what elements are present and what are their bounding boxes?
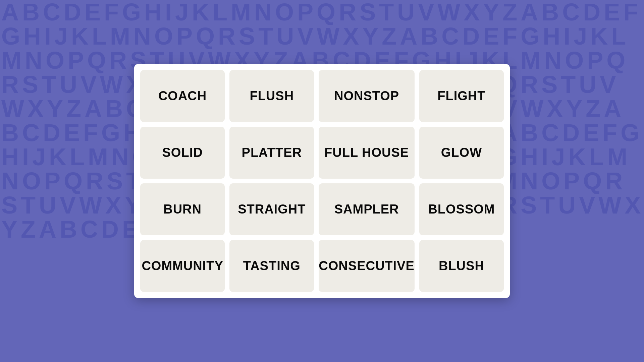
bg-letter: O [153,24,175,48]
bg-letter: X [462,0,482,24]
bg-letter: K [567,145,588,169]
bg-letter: R [108,48,129,72]
bg-letter: L [91,24,109,48]
bg-letter: U [275,24,296,48]
bg-letter: U [38,193,58,217]
bg-letter: V [417,0,436,24]
bg-letter: P [66,48,86,72]
bg-letter: E [482,24,501,48]
bg-letter: Q [605,48,627,72]
card-label-nonstop: NONSTOP [334,89,399,103]
card-full-house[interactable]: FULL HOUSE [319,127,414,179]
bg-letter: B [58,217,79,241]
bg-letter: L [588,145,606,169]
card-label-blossom: BLOSSOM [428,202,495,217]
bg-letter: S [21,72,40,97]
bg-letter: D [582,0,602,24]
bg-letter: U [578,72,598,97]
bg-letter: Q [315,0,337,24]
bg-letter: G [519,24,541,48]
bg-letter: O [21,169,43,193]
bg-letter: X [341,24,361,48]
bg-letter: V [578,193,597,217]
bg-letter: P [43,169,62,193]
card-sampler[interactable]: SAMPLER [319,183,414,235]
bg-letter: N [519,169,540,193]
bg-letter: W [99,72,125,97]
card-label-coach: COACH [158,89,207,103]
bg-letter: C [79,217,100,241]
bg-letter: X [104,193,123,217]
bg-letter: R [519,72,540,97]
card-solid[interactable]: SOLID [140,127,225,179]
bg-letter: E [602,0,622,24]
bg-letter: N [23,48,44,72]
card-straight[interactable]: STRAIGHT [229,183,314,235]
bg-letter: H [0,145,21,169]
card-nonstop[interactable]: NONSTOP [319,70,414,122]
card-platter[interactable]: PLATTER [229,127,314,179]
bg-letter: A [83,97,104,121]
card-blossom[interactable]: BLOSSOM [419,183,504,235]
bg-letter: C [440,24,461,48]
bg-letter: Z [65,97,83,121]
card-community[interactable]: COMMUNITY [140,240,225,292]
bg-letter: Y [361,24,380,48]
bg-letter: K [70,24,91,48]
bg-letter: H [541,24,562,48]
bg-letter: V [296,24,315,48]
card-label-glow: GLOW [441,145,482,160]
bg-letter: G [100,121,122,145]
card-flush[interactable]: FLUSH [229,70,314,122]
card-coach[interactable]: COACH [140,70,225,122]
bg-letter: R [217,24,237,48]
bg-letter: W [519,97,545,121]
card-label-straight: STRAIGHT [238,202,306,217]
bg-letter: F [82,121,100,145]
bg-letter: N [253,0,274,24]
bg-letter: I [21,145,31,169]
bg-letter: O [274,0,296,24]
card-label-community: COMMUNITY [142,259,223,273]
bg-letter: F [622,0,640,24]
bg-letter: Y [482,0,501,24]
bg-letter: T [19,193,38,217]
bg-letter: E [582,121,601,145]
card-label-flight: FLIGHT [437,89,485,103]
card-label-sampler: SAMPLER [334,202,399,217]
bg-letter: O [564,48,586,72]
card-burn[interactable]: BURN [140,183,225,235]
card-consecutive[interactable]: CONSECUTIVE [319,240,414,292]
bg-letter: Q [195,24,217,48]
bg-letter: U [58,72,79,97]
bg-letter: R [604,169,625,193]
bg-letter: T [539,193,557,217]
bg-letter: I [562,24,572,48]
bg-letter: J [174,0,191,24]
bg-letter: K [191,0,211,24]
card-label-flush: FLUSH [250,89,294,103]
bg-letter: M [519,48,543,72]
bg-letter: B [519,121,540,145]
bg-letter: R [85,169,105,193]
bg-letter: Y [565,97,584,121]
bg-letter: O [540,169,562,193]
bg-letter: S [519,193,539,217]
bg-letter: H [519,145,540,169]
bg-letter: Q [582,169,604,193]
bg-letter: Z [584,97,602,121]
bg-letter: X [26,97,46,121]
bg-letter: H [143,0,164,24]
bg-letter: B [104,97,125,121]
card-glow[interactable]: GLOW [419,127,504,179]
card-label-full-house: FULL HOUSE [324,145,409,160]
card-label-consecutive: CONSECUTIVE [319,259,414,273]
bg-letter: B [21,0,42,24]
bg-letter: T [378,0,396,24]
bg-letter: W [436,0,462,24]
bg-letter: S [0,193,19,217]
card-tasting[interactable]: TASTING [229,240,314,292]
card-flight[interactable]: FLIGHT [419,70,504,122]
card-blush[interactable]: BLUSH [419,240,504,292]
bg-letter: Y [0,217,19,241]
